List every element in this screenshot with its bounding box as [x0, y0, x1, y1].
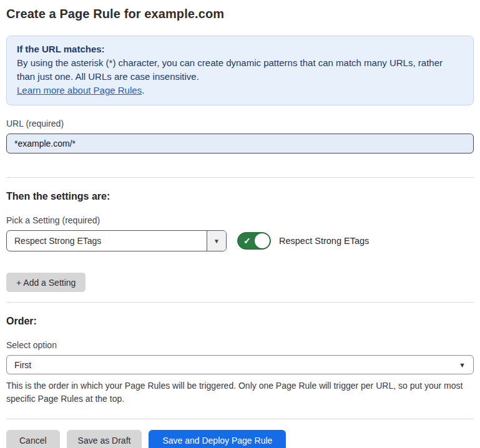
- chevron-down-icon: ▼: [459, 361, 473, 369]
- divider: [6, 302, 474, 303]
- url-input[interactable]: [6, 134, 474, 153]
- order-select-label: Select option: [6, 340, 474, 350]
- check-icon: ✓: [243, 236, 251, 246]
- info-box-heading: If the URL matches:: [17, 42, 463, 56]
- create-page-rule-form: Create a Page Rule for example.com If th…: [0, 0, 480, 448]
- setting-select[interactable]: Respect Strong ETags ▼: [6, 230, 227, 251]
- page-title: Create a Page Rule for example.com: [6, 7, 474, 21]
- pick-setting-label: Pick a Setting (required): [6, 215, 474, 225]
- divider: [6, 177, 474, 178]
- add-setting-button[interactable]: + Add a Setting: [6, 273, 86, 292]
- save-draft-button[interactable]: Save as Draft: [67, 430, 142, 448]
- info-box-body: By using the asterisk (*) character, you…: [17, 56, 463, 84]
- setting-select-value: Respect Strong ETags: [7, 231, 207, 251]
- info-box-link-line: Learn more about Page Rules.: [17, 84, 463, 97]
- save-deploy-button[interactable]: Save and Deploy Page Rule: [149, 430, 286, 448]
- setting-toggle[interactable]: ✓: [237, 232, 271, 250]
- setting-row: Respect Strong ETags ▼ ✓ Respect Strong …: [6, 230, 474, 251]
- order-select-value: First: [7, 360, 459, 370]
- order-select[interactable]: First ▼: [6, 355, 474, 374]
- chevron-down-icon[interactable]: ▼: [207, 231, 226, 251]
- order-section-heading: Order:: [6, 316, 474, 327]
- url-field-label: URL (required): [6, 119, 474, 129]
- url-matches-info-box: If the URL matches: By using the asteris…: [6, 36, 474, 105]
- toggle-knob: [255, 233, 270, 248]
- divider: [6, 419, 474, 419]
- form-actions: Cancel Save as Draft Save and Deploy Pag…: [6, 430, 474, 448]
- link-suffix: .: [142, 85, 144, 95]
- learn-more-link[interactable]: Learn more about Page Rules: [17, 85, 142, 95]
- toggle-label: Respect Strong ETags: [279, 236, 369, 246]
- order-help-text: This is the order in which your Page Rul…: [6, 379, 468, 406]
- settings-section-heading: Then the settings are:: [6, 191, 474, 202]
- cancel-button[interactable]: Cancel: [6, 430, 60, 448]
